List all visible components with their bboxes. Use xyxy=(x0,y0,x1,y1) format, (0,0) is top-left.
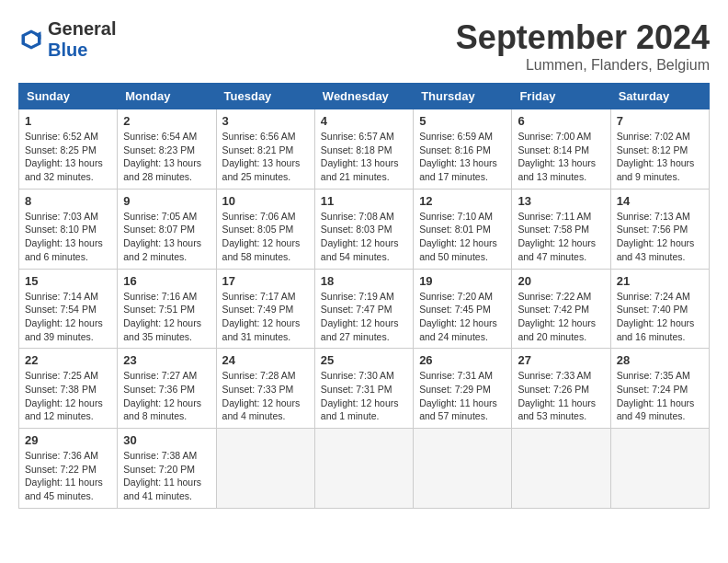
calendar-day-15: 15Sunrise: 7:14 AMSunset: 7:54 PMDayligh… xyxy=(19,269,118,349)
calendar-week-4: 22Sunrise: 7:25 AMSunset: 7:38 PMDayligh… xyxy=(19,349,710,429)
calendar-day-26: 26Sunrise: 7:31 AMSunset: 7:29 PMDayligh… xyxy=(414,349,512,429)
title-area: September 2024 Lummen, Flanders, Belgium xyxy=(456,18,710,74)
calendar-day-4: 4Sunrise: 6:57 AMSunset: 8:18 PMDaylight… xyxy=(314,109,413,190)
calendar-day-9: 9Sunrise: 7:05 AMSunset: 8:07 PMDaylight… xyxy=(118,189,216,269)
calendar-day-20: 20Sunrise: 7:22 AMSunset: 7:42 PMDayligh… xyxy=(512,269,610,349)
calendar-day-18: 18Sunrise: 7:19 AMSunset: 7:47 PMDayligh… xyxy=(314,269,413,349)
calendar-week-5: 29Sunrise: 7:36 AMSunset: 7:22 PMDayligh… xyxy=(19,429,710,509)
calendar-day-29: 29Sunrise: 7:36 AMSunset: 7:22 PMDayligh… xyxy=(19,429,118,509)
calendar-week-3: 15Sunrise: 7:14 AMSunset: 7:54 PMDayligh… xyxy=(19,269,710,349)
calendar-week-1: 1Sunrise: 6:52 AMSunset: 8:25 PMDaylight… xyxy=(19,109,710,190)
calendar-day-16: 16Sunrise: 7:16 AMSunset: 7:51 PMDayligh… xyxy=(118,269,216,349)
logo: General Blue xyxy=(18,18,116,61)
weekday-header-row: SundayMondayTuesdayWednesdayThursdayFrid… xyxy=(19,84,710,109)
calendar-day-23: 23Sunrise: 7:27 AMSunset: 7:36 PMDayligh… xyxy=(118,349,216,429)
weekday-header-thursday: Thursday xyxy=(414,84,512,109)
logo-blue-text: Blue xyxy=(48,40,87,60)
weekday-header-sunday: Sunday xyxy=(19,84,118,109)
weekday-header-friday: Friday xyxy=(512,84,610,109)
calendar-empty-cell xyxy=(610,429,709,509)
calendar-day-14: 14Sunrise: 7:13 AMSunset: 7:56 PMDayligh… xyxy=(610,189,709,269)
calendar-day-1: 1Sunrise: 6:52 AMSunset: 8:25 PMDaylight… xyxy=(19,109,118,190)
calendar-day-12: 12Sunrise: 7:10 AMSunset: 8:01 PMDayligh… xyxy=(414,189,512,269)
calendar-day-25: 25Sunrise: 7:30 AMSunset: 7:31 PMDayligh… xyxy=(314,349,413,429)
calendar-day-10: 10Sunrise: 7:06 AMSunset: 8:05 PMDayligh… xyxy=(216,189,314,269)
calendar-day-13: 13Sunrise: 7:11 AMSunset: 7:58 PMDayligh… xyxy=(512,189,610,269)
calendar-day-24: 24Sunrise: 7:28 AMSunset: 7:33 PMDayligh… xyxy=(216,349,314,429)
calendar-week-2: 8Sunrise: 7:03 AMSunset: 8:10 PMDaylight… xyxy=(19,189,710,269)
calendar-day-2: 2Sunrise: 6:54 AMSunset: 8:23 PMDaylight… xyxy=(118,109,216,190)
calendar-day-22: 22Sunrise: 7:25 AMSunset: 7:38 PMDayligh… xyxy=(19,349,118,429)
location-subtitle: Lummen, Flanders, Belgium xyxy=(456,57,710,74)
logo-icon xyxy=(18,27,44,52)
calendar-day-19: 19Sunrise: 7:20 AMSunset: 7:45 PMDayligh… xyxy=(414,269,512,349)
logo-general-text: General xyxy=(48,18,116,40)
weekday-header-tuesday: Tuesday xyxy=(216,84,314,109)
calendar-day-28: 28Sunrise: 7:35 AMSunset: 7:24 PMDayligh… xyxy=(610,349,709,429)
calendar-day-11: 11Sunrise: 7:08 AMSunset: 8:03 PMDayligh… xyxy=(314,189,413,269)
calendar-day-3: 3Sunrise: 6:56 AMSunset: 8:21 PMDaylight… xyxy=(216,109,314,190)
calendar-day-8: 8Sunrise: 7:03 AMSunset: 8:10 PMDaylight… xyxy=(19,189,118,269)
weekday-header-wednesday: Wednesday xyxy=(314,84,413,109)
calendar-day-27: 27Sunrise: 7:33 AMSunset: 7:26 PMDayligh… xyxy=(512,349,610,429)
calendar-day-30: 30Sunrise: 7:38 AMSunset: 7:20 PMDayligh… xyxy=(118,429,216,509)
calendar-table: SundayMondayTuesdayWednesdayThursdayFrid… xyxy=(18,83,710,509)
calendar-day-17: 17Sunrise: 7:17 AMSunset: 7:49 PMDayligh… xyxy=(216,269,314,349)
month-title: September 2024 xyxy=(456,18,710,57)
calendar-empty-cell xyxy=(414,429,512,509)
calendar-day-6: 6Sunrise: 7:00 AMSunset: 8:14 PMDaylight… xyxy=(512,109,610,190)
calendar-day-21: 21Sunrise: 7:24 AMSunset: 7:40 PMDayligh… xyxy=(610,269,709,349)
header: General Blue September 2024 Lummen, Flan… xyxy=(18,18,710,74)
calendar-empty-cell xyxy=(216,429,314,509)
calendar-empty-cell xyxy=(512,429,610,509)
weekday-header-saturday: Saturday xyxy=(610,84,709,109)
calendar-day-7: 7Sunrise: 7:02 AMSunset: 8:12 PMDaylight… xyxy=(610,109,709,190)
weekday-header-monday: Monday xyxy=(118,84,216,109)
calendar-empty-cell xyxy=(314,429,413,509)
calendar-day-5: 5Sunrise: 6:59 AMSunset: 8:16 PMDaylight… xyxy=(414,109,512,190)
